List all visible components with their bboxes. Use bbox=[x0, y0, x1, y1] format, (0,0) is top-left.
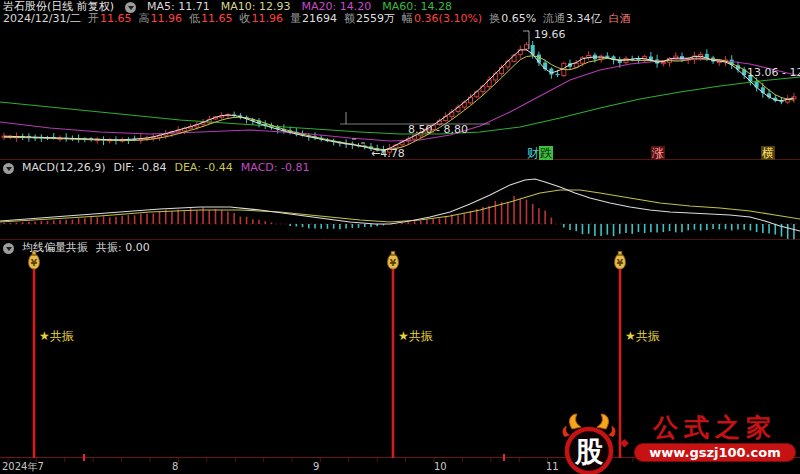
tag-fall: 跌 bbox=[539, 146, 553, 160]
quote-date: 2024/12/31/二 bbox=[3, 13, 81, 25]
dea-value: DEA: -0.44 bbox=[174, 162, 232, 174]
quote-turnover: 换0.65% bbox=[489, 13, 536, 25]
macd-panel-header: MACD(12,26,9) DIF: -0.84 DEA: -0.44 MACD… bbox=[3, 162, 309, 174]
chart-canvas: 8.50 - 8.8019.66←4.7813.06 - 12¥★共振¥★共振¥… bbox=[0, 0, 800, 474]
chart-annotation: 8.50 - 8.80 bbox=[408, 123, 468, 136]
resonance-marker-label: ★共振 bbox=[625, 329, 660, 343]
time-axis-label: 11 bbox=[546, 461, 559, 472]
signal-line bbox=[392, 262, 395, 458]
macd-title: MACD(12,26,9) bbox=[22, 162, 106, 174]
money-bag-icon: ¥ bbox=[388, 252, 399, 270]
watermark-logo: 股 ◆ 公式之家 www.gszj100.com bbox=[552, 410, 800, 474]
dif-value: DIF: -0.84 bbox=[114, 162, 167, 174]
quote-float: 流通3.34亿 bbox=[543, 13, 602, 25]
quote-open: 开11.65 bbox=[88, 13, 132, 25]
money-bag-icon: ¥ bbox=[615, 252, 626, 270]
resonance-marker-label: ★共振 bbox=[398, 329, 433, 343]
bull-logo-icon: 股 bbox=[560, 412, 618, 474]
chart-annotation: 13.06 - 12 bbox=[747, 66, 800, 79]
quote-sector[interactable]: 白酒 bbox=[609, 13, 631, 25]
logo-character: 股 bbox=[574, 435, 604, 468]
collapse-main-panel-icon[interactable] bbox=[125, 2, 136, 13]
signal-panel-header: 均线偏量共振 共振: 0.00 bbox=[3, 242, 150, 254]
macd-value: MACD: -0.81 bbox=[241, 162, 310, 174]
quote-change: 幅0.36(3.10%) bbox=[402, 13, 482, 25]
svg-text:¥: ¥ bbox=[390, 258, 397, 268]
svg-text:¥: ¥ bbox=[31, 258, 38, 268]
time-axis-label: 2024年7 bbox=[2, 461, 44, 472]
resonance-marker-label: ★共振 bbox=[39, 329, 74, 343]
brand-name: 公式之家 bbox=[634, 414, 796, 441]
signal-value: 共振: 0.00 bbox=[96, 242, 150, 254]
quote-amount: 额2559万 bbox=[344, 13, 395, 25]
signal-line bbox=[33, 262, 36, 458]
time-axis-label: 9 bbox=[313, 461, 319, 472]
watermark-text: 公式之家 www.gszj100.com bbox=[634, 414, 796, 462]
quote-high: 高11.96 bbox=[139, 13, 183, 25]
diamond-icon: ◆ bbox=[620, 436, 628, 449]
time-axis-label: 8 bbox=[172, 461, 178, 472]
chart-annotation: ←4.78 bbox=[371, 147, 405, 160]
brand-url: www.gszj100.com bbox=[634, 443, 796, 462]
quote-low: 低11.65 bbox=[189, 13, 233, 25]
money-bag-icon: ¥ bbox=[29, 252, 40, 270]
quote-bar: 2024/12/31/二 开11.65 高11.96 低11.65 收11.96… bbox=[3, 13, 631, 25]
signal-title: 均线偏量共振 bbox=[22, 242, 88, 254]
time-axis-label: 10 bbox=[434, 461, 447, 472]
quote-close: 收11.96 bbox=[240, 13, 284, 25]
svg-text:¥: ¥ bbox=[617, 258, 624, 268]
tag-flat: 横 bbox=[761, 146, 775, 160]
stock-app-window: 8.50 - 8.8019.66←4.7813.06 - 12¥★共振¥★共振¥… bbox=[0, 0, 800, 474]
chart-annotation: 19.66 bbox=[534, 28, 566, 41]
tag-finance: 财 bbox=[526, 146, 540, 160]
collapse-macd-panel-icon[interactable] bbox=[3, 163, 14, 174]
macd-histogram bbox=[4, 196, 794, 239]
quote-volume: 量21694 bbox=[290, 13, 337, 25]
collapse-signal-panel-icon[interactable] bbox=[3, 243, 14, 254]
tag-rise: 涨 bbox=[651, 146, 665, 160]
